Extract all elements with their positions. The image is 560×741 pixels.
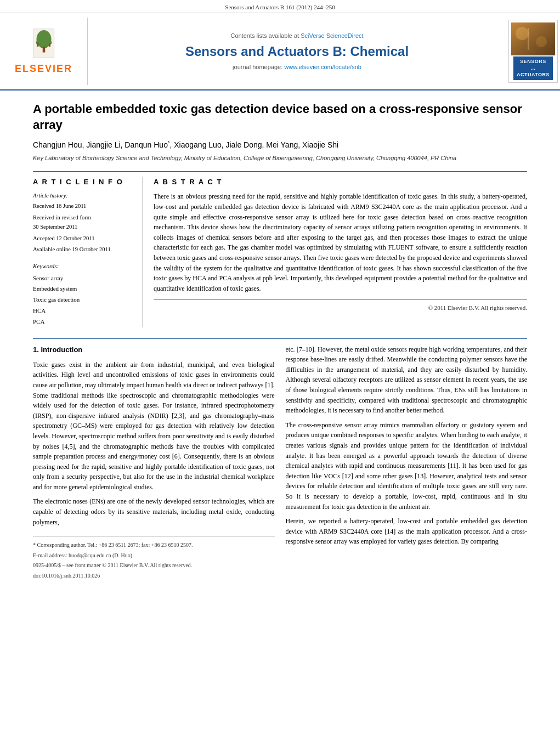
page: Sensors and Actuators B 161 (2012) 244–2… bbox=[0, 0, 560, 592]
svg-rect-10 bbox=[528, 28, 529, 50]
right-para-2: The cross-responsive sensor array mimics… bbox=[286, 420, 528, 512]
article-info-col: A R T I C L E I N F O Article history: R… bbox=[33, 177, 143, 327]
keyword-1: Sensor array bbox=[33, 273, 134, 284]
intro-para-1: Toxic gases exist in the ambient air fro… bbox=[33, 360, 275, 493]
article-history: Article history: Received 16 June 2011 R… bbox=[33, 191, 134, 254]
affiliation-text: Key Laboratory of Biorheology Science an… bbox=[33, 154, 527, 162]
right-para-1: etc. [7–10]. However, the metal oxide se… bbox=[286, 344, 528, 416]
history-label: Article history: bbox=[33, 191, 134, 201]
keyword-4: HCA bbox=[33, 306, 134, 316]
article-info-abstract: A R T I C L E I N F O Article history: R… bbox=[33, 171, 527, 327]
journal-url[interactable]: www.elsevier.com/locate/snb bbox=[284, 64, 361, 70]
sensors-actuators-logo: SENSORS...ACTUATORS bbox=[508, 20, 558, 83]
sciverse-line: Contents lists available at SciVerse Sci… bbox=[230, 32, 363, 40]
intro-para-2: The electronic noses (ENs) are one of th… bbox=[33, 496, 275, 527]
keywords-section: Keywords: Sensor array Embedded system T… bbox=[33, 262, 134, 327]
elsevier-wordmark: ELSEVIER bbox=[15, 62, 72, 76]
footnote-corresponding: * Corresponding author. Tel.: +86 23 651… bbox=[33, 541, 275, 550]
keyword-2: Embedded system bbox=[33, 284, 134, 295]
accepted-date: Accepted 12 October 2011 bbox=[33, 234, 134, 244]
received-revised-date: Received in revised form30 September 201… bbox=[33, 213, 134, 232]
received-date: Received 16 June 2011 bbox=[33, 202, 134, 211]
article-content: A portable embedded toxic gas detection … bbox=[0, 90, 560, 592]
citation-text: Sensors and Actuators B 161 (2012) 244–2… bbox=[225, 4, 335, 10]
body-col-right: etc. [7–10]. However, the metal oxide se… bbox=[286, 344, 528, 582]
body-col-left: 1. Introduction Toxic gases exist in the… bbox=[33, 344, 275, 582]
journal-title-area: Contents lists available at SciVerse Sci… bbox=[88, 18, 506, 85]
keywords-label: Keywords: bbox=[33, 262, 134, 270]
svg-rect-2 bbox=[42, 47, 45, 53]
article-title: A portable embedded toxic gas detection … bbox=[33, 101, 527, 133]
intro-heading: 1. Introduction bbox=[33, 344, 275, 355]
elsevier-tree-icon bbox=[27, 27, 60, 60]
keyword-5: PCA bbox=[33, 316, 134, 327]
svg-rect-6 bbox=[49, 43, 50, 47]
footnotes: * Corresponding author. Tel.: +86 23 651… bbox=[33, 536, 275, 580]
footnote-email: E-mail address: huodq@cqu.edu.cn (D. Huo… bbox=[33, 551, 275, 560]
sensors-logo-image bbox=[511, 22, 555, 55]
article-info-label: A R T I C L E I N F O bbox=[33, 177, 134, 187]
svg-point-8 bbox=[516, 27, 529, 40]
journal-main-title: Sensors and Actuators B: Chemical bbox=[185, 42, 409, 61]
right-para-3: Herein, we reported a battery-operated, … bbox=[286, 516, 528, 547]
authors-line: Changjun Hou, Jiangjie Li, Danqun Huo*, … bbox=[33, 140, 527, 151]
available-date: Available online 19 October 2011 bbox=[33, 245, 134, 254]
svg-rect-7 bbox=[511, 22, 555, 55]
footnote-doi: doi:10.1016/j.snb.2011.10.026 bbox=[33, 572, 275, 580]
keyword-3: Toxic gas detection bbox=[33, 295, 134, 306]
journal-header: ELSEVIER Contents lists available at Sci… bbox=[0, 13, 560, 90]
abstract-label: A B S T R A C T bbox=[154, 177, 527, 187]
abstract-col: A B S T R A C T There is an obvious pres… bbox=[154, 177, 527, 327]
copyright-line: © 2011 Elsevier B.V. All rights reserved… bbox=[154, 299, 527, 312]
svg-rect-5 bbox=[37, 43, 38, 47]
sciverse-link[interactable]: SciVerse ScienceDirect bbox=[301, 32, 363, 39]
elsevier-logo: ELSEVIER bbox=[0, 18, 88, 85]
journal-homepage: journal homepage: www.elsevier.com/locat… bbox=[233, 63, 361, 71]
body-columns: 1. Introduction Toxic gases exist in the… bbox=[33, 338, 527, 582]
journal-citation-bar: Sensors and Actuators B 161 (2012) 244–2… bbox=[0, 0, 560, 13]
authors-text: Changjun Hou, Jiangjie Li, Danqun Huo*, … bbox=[33, 140, 338, 149]
footnote-issn: 0925-4005/$ – see front matter © 2011 El… bbox=[33, 561, 275, 570]
svg-point-9 bbox=[536, 36, 547, 47]
sensors-logo-text: SENSORS...ACTUATORS bbox=[513, 56, 553, 80]
abstract-text: There is an obvious pressing need for th… bbox=[154, 191, 527, 293]
